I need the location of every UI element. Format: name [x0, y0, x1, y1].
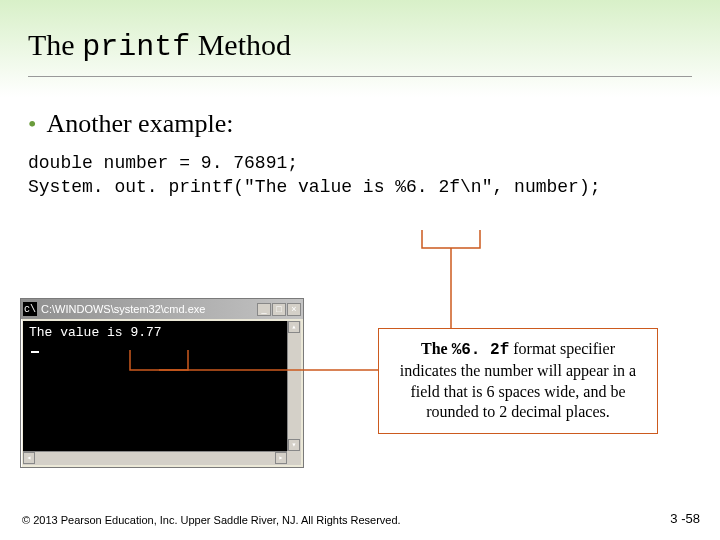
maximize-button[interactable]: □ [272, 303, 286, 316]
scroll-down-button[interactable]: ▾ [288, 439, 300, 451]
console-title-text: C:\WINDOWS\system32\cmd.exe [41, 303, 257, 315]
bullet-row: •Another example: [0, 77, 720, 139]
callout-box: The %6. 2f format specifier indicates th… [378, 328, 658, 434]
bullet-dot-icon: • [28, 111, 36, 137]
scrollbar-horizontal[interactable]: ◂ ▸ [23, 451, 287, 465]
window-buttons: _ □ × [257, 303, 301, 316]
bullet-text: Another example: [46, 109, 233, 138]
callout-pre: The [421, 340, 452, 357]
cursor-icon [31, 340, 39, 353]
slide-title: The printf Method [0, 0, 720, 72]
code-line-2: System. out. printf("The value is %6. 2f… [28, 177, 601, 197]
scroll-corner [287, 451, 301, 465]
minimize-button[interactable]: _ [257, 303, 271, 316]
scroll-left-button[interactable]: ◂ [23, 452, 35, 464]
scroll-right-button[interactable]: ▸ [275, 452, 287, 464]
title-post: Method [190, 28, 291, 61]
code-block: double number = 9. 76891; System. out. p… [0, 139, 720, 200]
footer-copyright: © 2013 Pearson Education, Inc. Upper Sad… [22, 514, 401, 526]
callout-mono: %6. 2f [452, 341, 510, 359]
cmd-icon: c\ [23, 302, 37, 316]
close-button[interactable]: × [287, 303, 301, 316]
scroll-up-button[interactable]: ▴ [288, 321, 300, 333]
page-number: 3 -58 [670, 511, 700, 526]
console-output: The value is 9.77 [29, 325, 162, 340]
title-pre: The [28, 28, 82, 61]
console-window: c\ C:\WINDOWS\system32\cmd.exe _ □ × The… [20, 298, 304, 468]
console-output-area: The value is 9.77 ▴ ▾ ◂ ▸ [23, 321, 301, 465]
console-titlebar: c\ C:\WINDOWS\system32\cmd.exe _ □ × [21, 299, 303, 319]
title-mono: printf [82, 30, 190, 64]
scrollbar-vertical[interactable]: ▴ ▾ [287, 321, 301, 451]
code-line-1: double number = 9. 76891; [28, 153, 298, 173]
